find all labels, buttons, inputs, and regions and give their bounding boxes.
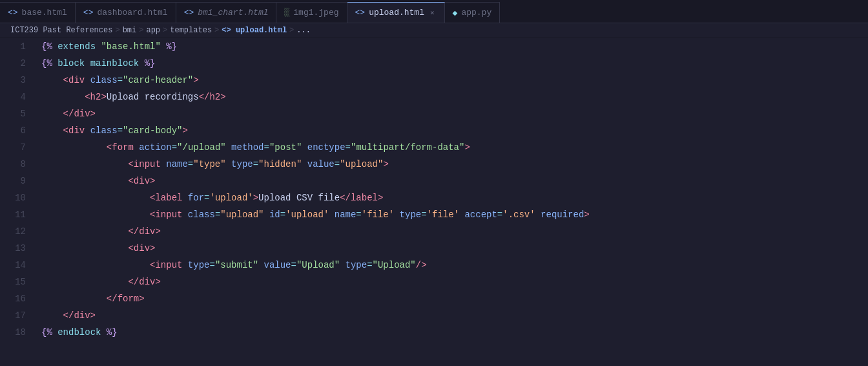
line-number: 5 <box>5 105 26 122</box>
code-line-2: {% block mainblock %} <box>41 55 858 72</box>
html-icon: <> <box>83 8 94 17</box>
code-line-18: {% endblock %} <box>41 324 858 341</box>
tab-dashboard-html[interactable]: <> dashboard.html <box>76 2 176 23</box>
line-number: 2 <box>5 55 26 72</box>
breadcrumb-sep: > <box>214 26 219 35</box>
line-number: 3 <box>5 72 26 89</box>
py-icon: ◆ <box>453 8 458 18</box>
tab-img1-jpeg[interactable]: ░ img1.jpeg <box>276 2 347 23</box>
code-line-4: <h2>Upload recordings</h2> <box>41 89 858 105</box>
editor: 1 2 3 4 5 6 7 8 9 10 11 12 13 14 15 16 1… <box>0 38 868 364</box>
tab-bar: <> base.html <> dashboard.html <> bmi_ch… <box>0 0 868 23</box>
line-number: 1 <box>5 38 26 55</box>
tab-label: bmi_chart.html <box>198 8 268 17</box>
line-number: 15 <box>5 274 26 290</box>
tab-base-html[interactable]: <> base.html <box>0 2 76 23</box>
line-number: 17 <box>5 307 26 324</box>
line-number: 7 <box>5 139 26 156</box>
code-line-9: <div> <box>41 173 858 189</box>
code-line-12: </div> <box>41 223 858 240</box>
breadcrumb-item: ICT239 Past References <box>10 26 112 35</box>
line-number: 6 <box>5 122 26 139</box>
code-editor[interactable]: {% extends "base.html" %} {% block mainb… <box>31 38 868 364</box>
breadcrumb-sep: > <box>163 26 167 35</box>
tab-label: dashboard.html <box>97 8 167 17</box>
tab-app-py[interactable]: ◆ app.py <box>445 2 501 23</box>
line-number: 14 <box>5 257 26 274</box>
code-line-17: </div> <box>41 307 858 324</box>
breadcrumb: ICT239 Past References > bmi > app > tem… <box>0 23 868 38</box>
html-icon: <> <box>355 8 366 17</box>
breadcrumb-sep: > <box>115 26 119 35</box>
breadcrumb-item: bmi <box>123 26 137 35</box>
code-line-3: <div class="card-header"> <box>41 72 858 89</box>
breadcrumb-sep: > <box>289 26 294 35</box>
tab-label: img1.jpeg <box>293 8 338 17</box>
breadcrumb-item: <> upload.html <box>222 26 287 35</box>
breadcrumb-item: templates <box>170 26 212 35</box>
line-number: 18 <box>5 324 26 341</box>
tab-close-button[interactable]: ✕ <box>428 8 437 17</box>
tab-bmi-chart-html[interactable]: <> bmi_chart.html <box>176 2 277 23</box>
line-number: 12 <box>5 223 26 240</box>
code-line-16: </form> <box>41 290 858 307</box>
breadcrumb-item: app <box>146 26 160 35</box>
code-line-1: {% extends "base.html" %} <box>41 38 858 55</box>
code-line-11: <input class="upload" id='upload' name='… <box>41 206 858 223</box>
line-number: 11 <box>5 206 26 223</box>
code-line-10: <label for='upload'>Upload CSV file</lab… <box>41 189 858 206</box>
html-icon: <> <box>184 8 194 17</box>
line-number: 10 <box>5 189 26 206</box>
code-line-5: </div> <box>41 105 858 122</box>
tab-upload-html[interactable]: <> upload.html ✕ <box>347 2 445 23</box>
code-line-8: <input name="type" type="hidden" value="… <box>41 156 858 173</box>
breadcrumb-sep: > <box>139 26 143 35</box>
line-number: 13 <box>5 240 26 257</box>
tab-label: app.py <box>461 8 491 17</box>
code-line-13: <div> <box>41 240 858 257</box>
line-number: 16 <box>5 290 26 307</box>
code-line-6: <div class="card-body"> <box>41 122 858 139</box>
line-number: 4 <box>5 89 26 105</box>
line-number: 8 <box>5 156 26 173</box>
tab-label: upload.html <box>369 8 424 17</box>
breadcrumb-item: ... <box>296 26 311 35</box>
code-line-7: <form action="/upload" method="post" enc… <box>41 139 858 156</box>
tab-label: base.html <box>22 8 67 17</box>
code-line-14: <input type="submit" value="Upload" type… <box>41 257 858 274</box>
html-icon: <> <box>8 8 18 17</box>
line-number: 9 <box>5 173 26 189</box>
code-line-15: </div> <box>41 274 858 290</box>
img-icon: ░ <box>284 8 289 17</box>
line-numbers: 1 2 3 4 5 6 7 8 9 10 11 12 13 14 15 16 1… <box>0 38 31 364</box>
